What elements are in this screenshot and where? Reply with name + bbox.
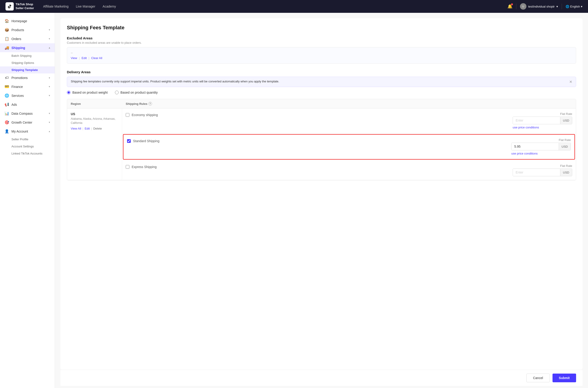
excluded-areas-title: Excluded Areas (67, 36, 576, 40)
express-flat-rate-section: Flat Rate USD (513, 164, 572, 176)
economy-rate-input[interactable] (513, 117, 560, 124)
user-chevron-icon: ▾ (556, 5, 558, 8)
express-rate-input[interactable] (513, 169, 560, 176)
express-rate-input-row: USD (513, 169, 572, 176)
sidebar-label-ads: Ads (11, 103, 17, 106)
orders-chevron-icon: ▾ (49, 37, 50, 40)
sidebar: 🏠 Homepage 📦 Products ▾ 📋 Orders ▾ 🚚 Shi… (0, 13, 55, 388)
sidebar-item-products[interactable]: 📦 Products ▾ (0, 25, 55, 34)
growth-center-icon: 🎯 (5, 120, 9, 124)
sidebar-item-shipping[interactable]: 🚚 Shipping ▴ (0, 43, 55, 52)
services-chevron-icon: ▾ (49, 94, 50, 97)
standard-currency: USD (559, 143, 571, 150)
info-banner-text: Shipping fee templates currently only su… (71, 80, 279, 83)
sidebar-label-services: Services (11, 94, 24, 97)
promotions-chevron-icon: ▾ (49, 76, 50, 79)
economy-currency: USD (560, 117, 572, 124)
excluded-areas-desc: Customers in excluded areas are unable t… (67, 41, 576, 44)
sidebar-label-promotions: Promotions (11, 76, 28, 80)
sidebar-item-growth-center[interactable]: 🎯 Growth Center ▾ (0, 118, 55, 127)
shipping-icon: 🚚 (5, 46, 9, 50)
page-title: Shipping Fees Template (67, 25, 576, 31)
standard-use-price-conditions[interactable]: use price conditions (511, 152, 538, 155)
economy-checkbox[interactable] (126, 113, 129, 117)
radio-weight-label: Based on product weight (72, 91, 108, 94)
footer-actions: Cancel Submit (60, 370, 583, 386)
edit-region-button[interactable]: Edit (85, 127, 90, 130)
clear-all-excluded-button[interactable]: Clear All (91, 56, 102, 60)
sidebar-item-finance[interactable]: 💳 Finance ▾ (0, 82, 55, 91)
sidebar-label-shipping: Shipping (11, 46, 25, 50)
shipping-rules-help-icon[interactable]: ? (148, 102, 152, 105)
standard-checkbox[interactable] (127, 139, 131, 143)
sidebar-sub-account-settings[interactable]: Account Settings (0, 143, 55, 150)
sidebar-item-data-compass[interactable]: 📊 Data Compass ▾ (0, 109, 55, 118)
sidebar-sub-batch-shipping[interactable]: Batch Shipping (0, 52, 55, 59)
excluded-area-actions: View | Edit | Clear All (71, 56, 572, 60)
shipping-chevron-icon: ▴ (49, 46, 50, 49)
excluded-placeholder: -- (71, 51, 572, 54)
radio-by-quantity[interactable]: Based on product quantity (115, 91, 158, 94)
sidebar-sub-shipping-template[interactable]: Shipping Template (0, 66, 55, 73)
topnav-links: Affiliate Marketing Live Manager Academy (43, 5, 507, 8)
orders-icon: 📋 (5, 37, 9, 41)
radio-by-weight[interactable]: Based on product weight (67, 91, 108, 94)
data-compass-icon: 📊 (5, 111, 9, 116)
edit-excluded-button[interactable]: Edit (81, 56, 87, 60)
sidebar-item-homepage[interactable]: 🏠 Homepage (0, 17, 55, 25)
sidebar-label-finance: Finance (11, 85, 23, 89)
excluded-areas-section: Excluded Areas Customers in excluded are… (67, 36, 576, 64)
cancel-button[interactable]: Cancel (526, 374, 550, 382)
nav-affiliate-marketing[interactable]: Affiliate Marketing (43, 5, 69, 8)
sidebar-sub-seller-profile[interactable]: Seller Profile (0, 136, 55, 143)
shipping-rules-cell-us: Economy shipping Flat Rate USD (122, 108, 576, 180)
express-label: Express Shipping (132, 165, 157, 169)
nav-live-manager[interactable]: Live Manager (76, 5, 95, 8)
sidebar-item-orders[interactable]: 📋 Orders ▾ (0, 34, 55, 43)
submit-button[interactable]: Submit (553, 374, 576, 382)
shipping-table: Region Shipping Rules ? US (67, 99, 576, 180)
logo[interactable]: TikTok Shop Seller Center (5, 2, 34, 11)
express-checkbox[interactable] (126, 165, 129, 169)
finance-chevron-icon: ▾ (49, 85, 50, 88)
topnav: TikTok Shop Seller Center Affiliate Mark… (0, 0, 588, 13)
my-account-chevron-icon: ▴ (49, 130, 50, 133)
sidebar-label-homepage: Homepage (11, 19, 27, 23)
user-menu[interactable]: U testIndividual shoptr ▾ (520, 3, 558, 10)
region-actions-us: View All | Edit | Delete (71, 127, 118, 130)
growth-center-chevron-icon: ▾ (49, 121, 50, 124)
standard-rate-input[interactable] (512, 143, 559, 150)
close-banner-icon[interactable]: ✕ (569, 80, 572, 84)
express-flat-rate-label: Flat Rate (513, 164, 572, 168)
products-chevron-icon: ▾ (49, 28, 50, 31)
radio-weight-input[interactable] (67, 91, 71, 94)
sidebar-item-ads[interactable]: 📢 Ads (0, 100, 55, 109)
notification-button[interactable]: 🔔 (507, 4, 513, 9)
region-action-divider-1: | (82, 127, 83, 130)
standard-label: Standard Shipping (133, 139, 159, 143)
sidebar-label-data-compass: Data Compass (11, 112, 33, 115)
sidebar-item-my-account[interactable]: 👤 My Account ▴ (0, 127, 55, 136)
sidebar-label-growth-center: Growth Center (11, 121, 32, 124)
delivery-areas-title: Delivery Areas (67, 70, 576, 74)
nav-academy[interactable]: Academy (103, 5, 116, 8)
excluded-areas-box: -- View | Edit | Clear All (67, 47, 576, 64)
my-account-icon: 👤 (5, 129, 9, 133)
sidebar-sub-shipping-options[interactable]: Shipping Options (0, 59, 55, 66)
sidebar-label-orders: Orders (11, 37, 21, 41)
language-selector[interactable]: 🌐 English ▾ (565, 5, 583, 8)
table-header: Region Shipping Rules ? (67, 99, 576, 108)
view-all-button[interactable]: View All (71, 127, 81, 130)
products-icon: 📦 (5, 28, 9, 32)
sidebar-item-services[interactable]: 🌐 Services ▾ (0, 91, 55, 100)
sidebar-item-promotions[interactable]: 🏷 Promotions ▾ (0, 73, 55, 82)
sidebar-label-my-account: My Account (11, 130, 28, 133)
radio-quantity-input[interactable] (115, 91, 119, 94)
view-excluded-button[interactable]: View (71, 56, 77, 60)
economy-use-price-conditions[interactable]: use price conditions (513, 126, 539, 129)
delete-region-button[interactable]: Delete (93, 127, 102, 130)
economy-flat-rate-label: Flat Rate (513, 112, 572, 116)
region-states-us: Alabama, Alaska, Arizona, Arkansas, Cali… (71, 117, 118, 125)
standard-rate-input-row: USD (511, 143, 571, 150)
sidebar-sub-linked-tiktok[interactable]: Linked TikTok Accounts (0, 150, 55, 157)
